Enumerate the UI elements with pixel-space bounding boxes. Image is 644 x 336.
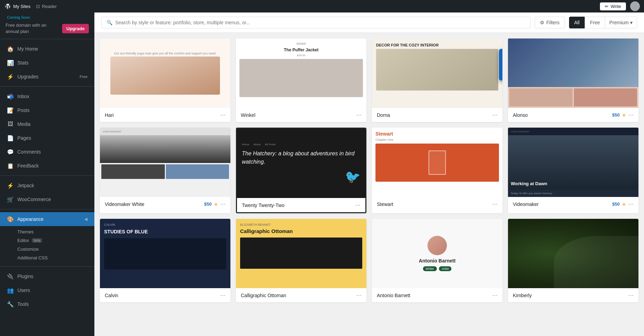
- home-icon: 🏠: [7, 45, 14, 52]
- write-button[interactable]: ✏ Write: [600, 2, 626, 10]
- promo-text: Free domain with an annual plan: [6, 22, 59, 35]
- tools-icon: 🔧: [7, 301, 14, 308]
- sidebar-item-pages[interactable]: 📄 Pages: [0, 131, 94, 145]
- star-icon: ★: [622, 201, 626, 207]
- more-options-icon[interactable]: ···: [220, 292, 226, 299]
- winkel-title: The Puffer Jacket: [239, 48, 363, 52]
- more-options-icon[interactable]: ···: [628, 111, 634, 119]
- theme-name: Calligraphic Ottoman: [241, 293, 286, 298]
- calvin-body: [104, 238, 226, 269]
- sidebar-item-inbox[interactable]: 📬 Inbox: [0, 89, 94, 103]
- wordpress-logo[interactable]: My Sites: [4, 3, 31, 10]
- sidebar-item-users[interactable]: 👥 Users: [0, 283, 94, 297]
- editor-sub-item[interactable]: Editor beta: [17, 236, 94, 245]
- more-options-icon[interactable]: ···: [492, 200, 498, 208]
- more-options-icon[interactable]: ···: [492, 292, 498, 299]
- theme-name: Videomaker White: [105, 201, 144, 207]
- theme-card-stewart[interactable]: Stewart Chapter One Stewart ···: [372, 128, 502, 213]
- theme-card-calligraphic-ottoman[interactable]: ELIZABETH BENNET Calligraphic Ottoman Ca…: [236, 219, 366, 302]
- chevron-down-icon: ▾: [630, 20, 633, 25]
- theme-card-videomaker[interactable]: VIDEOMAKER Working at Dawn Today I'll of…: [508, 128, 638, 213]
- sidebar-item-appearance[interactable]: 🎨 Appearance ◀: [0, 212, 94, 226]
- sidebar-item-upgrades[interactable]: ⚡ Upgrades Free: [0, 70, 94, 84]
- tab-free[interactable]: Free: [585, 17, 605, 28]
- themes-sub-item[interactable]: Themes: [17, 227, 94, 236]
- more-options-icon[interactable]: ···: [628, 200, 634, 208]
- editor-label: Editor: [17, 238, 29, 243]
- sidebar-item-media[interactable]: 🖼 Media: [0, 117, 94, 131]
- sidebar-item-plugins[interactable]: 🔌 Plugins: [0, 269, 94, 283]
- theme-card-alonso[interactable]: Alonso $50 ★ ···: [508, 38, 638, 122]
- star-icon: ★: [214, 201, 218, 207]
- theme-card-winkel[interactable]: Winkel The Puffer Jacket $28.00 Winkel ·…: [236, 38, 366, 122]
- additional-css-label: Additional CSS: [17, 255, 48, 260]
- theme-footer-videomaker: Videomaker $50 ★ ···: [508, 197, 638, 211]
- sidebar-item-feedback[interactable]: 📋 Feedback: [0, 159, 94, 173]
- annotation-tooltip: Twenty Twenty Two là chủ đề mặc định đượ…: [499, 49, 502, 80]
- divider: [0, 86, 94, 87]
- sidebar-item-label: Inbox: [17, 94, 87, 99]
- search-input[interactable]: [115, 20, 525, 25]
- theme-preview-winkel: Winkel The Puffer Jacket $28.00: [236, 38, 366, 108]
- sidebar-item-my-home[interactable]: 🏠 My Home: [0, 42, 94, 56]
- more-options-icon[interactable]: ···: [356, 111, 362, 119]
- theme-footer-kimberly: Kimberly ···: [508, 288, 638, 302]
- theme-preview-calligraphic-ottoman: ELIZABETH BENNET Calligraphic Ottoman: [236, 219, 366, 288]
- sidebar-item-label: My Home: [17, 46, 87, 52]
- more-options-icon[interactable]: ···: [355, 201, 361, 209]
- more-options-icon[interactable]: ···: [356, 292, 362, 299]
- sidebar-item-label: WooCommerce: [17, 197, 87, 202]
- antonio-name: Antonio Barnett: [419, 258, 456, 264]
- upgrade-button[interactable]: Upgrade: [62, 24, 89, 33]
- kimberly-overlay: [554, 236, 638, 288]
- more-options-icon[interactable]: ···: [220, 200, 226, 208]
- theme-card-kimberly[interactable]: Kimberly ···: [508, 219, 638, 302]
- theme-card-calvin[interactable]: CALVIN STUDIES OF BLUE Calvin ···: [100, 219, 230, 302]
- feedback-icon: 📋: [7, 162, 14, 169]
- calli-name: ELIZABETH BENNET: [240, 223, 362, 226]
- mysite-label[interactable]: My Sites: [13, 4, 31, 9]
- customize-sub-item[interactable]: Customize: [17, 245, 94, 253]
- tab-all[interactable]: All: [569, 17, 585, 28]
- dorna-image: [376, 49, 498, 91]
- filters-button[interactable]: ⚙ Filters: [535, 17, 565, 28]
- theme-card-dorna[interactable]: DECOR FOR THE COZY INTERIOR Twenty Twent…: [372, 38, 502, 122]
- sidebar-item-posts[interactable]: 📝 Posts: [0, 103, 94, 117]
- write-label: Write: [611, 4, 621, 9]
- theme-name: Winkel: [241, 112, 255, 118]
- theme-card-twenty-twenty-two[interactable]: HomeAboutAll Posts The Hatchery: a blog …: [236, 128, 366, 213]
- theme-footer-stewart: Stewart ···: [372, 197, 502, 211]
- inbox-icon: 📬: [7, 93, 14, 100]
- sidebar-item-label: Posts: [17, 107, 87, 113]
- sidebar-item-label: Users: [17, 287, 87, 293]
- more-options-icon[interactable]: ···: [220, 111, 226, 119]
- tab-premium[interactable]: Premium ▾: [605, 17, 637, 28]
- theme-name: Twenty Twenty-Two: [242, 203, 285, 208]
- theme-card-hari[interactable]: Our eco-friendly yoga mats give you all …: [100, 38, 230, 122]
- sidebar-item-label: Pages: [17, 135, 87, 141]
- search-box[interactable]: 🔍: [101, 17, 531, 28]
- sidebar-item-comments[interactable]: 💬 Comments: [0, 145, 94, 159]
- theme-card-antonio-barnett[interactable]: Antonio Barnett Writer Artist Antonio Ba…: [372, 219, 502, 302]
- sidebar-item-jetpack[interactable]: ⚡ Jetpack: [0, 179, 94, 192]
- hari-preview-text: Our eco-friendly yoga mats give you all …: [114, 52, 216, 55]
- pencil-icon: ✏: [605, 4, 609, 9]
- theme-footer-videomaker-white: Videomaker White $50 ★ ···: [100, 197, 230, 211]
- sidebar-item-label: Media: [17, 121, 87, 127]
- theme-preview-videomaker-white: VIDEOMAKER: [100, 128, 230, 197]
- sidebar-item-woocommerce[interactable]: 🛒 WooCommerce: [0, 192, 94, 206]
- upgrades-badge: Free: [79, 75, 87, 79]
- avatar[interactable]: [630, 1, 640, 11]
- sidebar-item-stats[interactable]: 📊 Stats: [0, 56, 94, 70]
- tt2-title: The Hatchery: a blog about adventures in…: [242, 149, 361, 166]
- working-subtitle: Today I'll offer you sweet memory...: [508, 190, 638, 197]
- more-options-icon[interactable]: ···: [492, 111, 498, 119]
- filters-label: Filters: [546, 20, 560, 25]
- reader-nav-item[interactable]: ⊡ Reader: [36, 4, 57, 9]
- main-layout: Coming Soon Free domain with an annual p…: [0, 12, 644, 336]
- theme-card-videomaker-white[interactable]: VIDEOMAKER Videomaker White $50 ★ ···: [100, 128, 230, 213]
- more-options-icon[interactable]: ···: [628, 292, 634, 299]
- additional-css-sub-item[interactable]: Additional CSS: [17, 253, 94, 262]
- stats-icon: 📊: [7, 59, 14, 66]
- sidebar-item-tools[interactable]: 🔧 Tools: [0, 297, 94, 311]
